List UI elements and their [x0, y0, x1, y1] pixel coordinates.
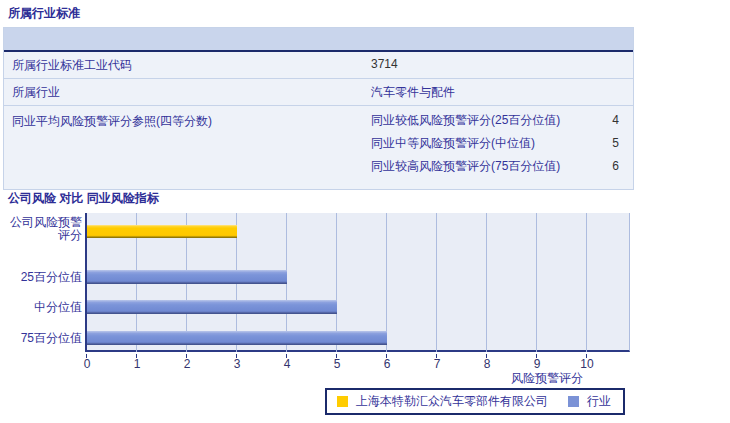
x-tick-label: 1 — [134, 357, 141, 371]
gridline — [536, 213, 537, 352]
bar-industry-score — [87, 270, 287, 284]
x-tick-label: 5 — [334, 357, 341, 371]
subrow-value: 4 — [584, 113, 633, 127]
subrow-high-risk: 同业较高风险预警评分(75百分位值) 6 — [369, 158, 633, 174]
table-row-industry-code: 所属行业标准工业代码 3714 — [4, 52, 633, 79]
y-axis-label: 25百分位值 — [0, 270, 82, 284]
subrow-medium-risk: 同业中等风险预警评分(中位值) 5 — [369, 135, 633, 151]
row-value-industry: 汽车零件与配件 — [369, 79, 633, 105]
subrow-label: 同业中等风险预警评分(中位值) — [369, 135, 584, 152]
industry-standard-table: 所属行业标准工业代码 3714 所属行业 汽车零件与配件 同业平均风险预警评分参… — [3, 27, 634, 190]
x-tick-label: 3 — [234, 357, 241, 371]
legend-label-industry: 行业 — [587, 393, 611, 410]
subrow-low-risk: 同业较低风险预警评分(25百分位值) 4 — [369, 112, 633, 128]
bar-industry-score — [87, 331, 387, 345]
row-label: 所属行业标准工业代码 — [4, 52, 369, 78]
section-title-risk-comparison: 公司风险 对比 同业风险指标 — [8, 190, 159, 207]
table-row-industry: 所属行业 汽车零件与配件 — [4, 79, 633, 106]
x-axis-title: 风险预警评分 — [87, 370, 583, 387]
x-tick-label: 8 — [484, 357, 491, 371]
table-header-band — [4, 28, 633, 52]
chart-plot-area — [85, 213, 630, 352]
x-tick-label: 7 — [434, 357, 441, 371]
report-page: 所属行业标准 所属行业标准工业代码 3714 所属行业 汽车零件与配件 同业平均… — [0, 0, 730, 423]
gridline — [436, 213, 437, 352]
subrow-label: 同业较高风险预警评分(75百分位值) — [369, 158, 584, 175]
bar-company-score — [87, 225, 237, 238]
legend-label-company: 上海本特勒汇众汽车零部件有限公司 — [356, 393, 548, 410]
subrow-value: 5 — [584, 136, 633, 150]
section-title-industry-standard: 所属行业标准 — [8, 5, 80, 22]
chart-legend: 上海本特勒汇众汽车零部件有限公司 行业 — [325, 388, 625, 415]
subrow-label: 同业较低风险预警评分(25百分位值) — [369, 112, 584, 129]
legend-swatch-industry — [568, 396, 579, 407]
x-tick-label: 6 — [384, 357, 391, 371]
x-tick-label: 2 — [184, 357, 191, 371]
y-axis-label: 公司风险预警评分 — [0, 216, 82, 242]
subrow-value: 6 — [584, 159, 633, 173]
bar-industry-score — [87, 300, 337, 314]
y-axis-label: 中分位值 — [0, 300, 82, 314]
legend-swatch-company — [337, 396, 348, 407]
y-axis-label: 75百分位值 — [0, 331, 82, 345]
peer-score-subrows: 同业较低风险预警评分(25百分位值) 4 同业中等风险预警评分(中位值) 5 同… — [369, 106, 633, 189]
gridline — [486, 213, 487, 352]
table-row-peer-reference: 同业平均风险预警评分参照(四等分数) 同业较低风险预警评分(25百分位值) 4 … — [4, 106, 633, 189]
x-tick-label: 4 — [284, 357, 291, 371]
row-value-industry-code: 3714 — [369, 52, 633, 78]
x-tick-label: 0 — [84, 357, 91, 371]
gridline — [586, 213, 587, 352]
x-tick-label: 10 — [580, 357, 593, 371]
row-label: 所属行业 — [4, 79, 369, 105]
risk-comparison-chart: 公司风险预警评分25百分位值中分位值75百分位值 012345678910 风险… — [0, 213, 730, 423]
row-label: 同业平均风险预警评分参照(四等分数) — [4, 106, 369, 134]
x-tick-label: 9 — [534, 357, 541, 371]
